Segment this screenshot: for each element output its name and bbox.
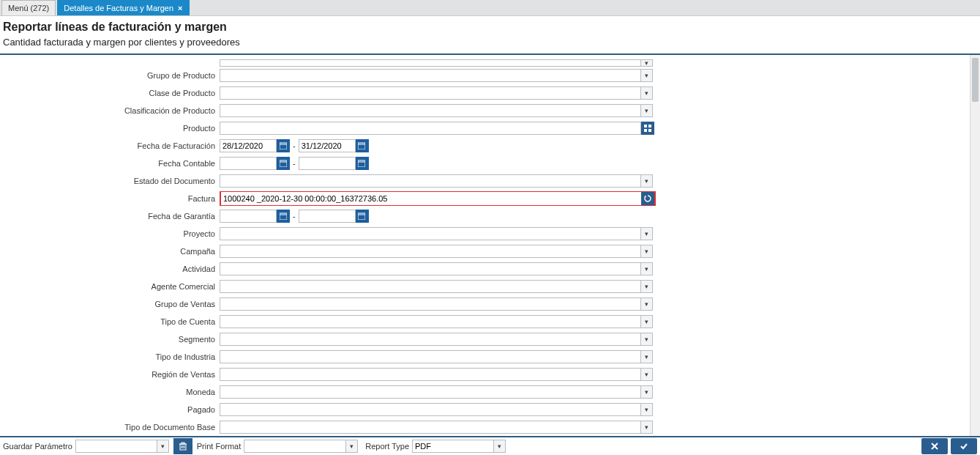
input-tipo-cuenta[interactable] [220, 315, 641, 328]
input-pagado[interactable] [220, 403, 641, 416]
cancel-button[interactable] [921, 438, 948, 454]
svg-rect-6 [358, 143, 365, 149]
page-title: Reportar líneas de facturación y margen [3, 21, 977, 34]
dropdown-cutoff[interactable]: ▾ [641, 59, 653, 67]
form-row-pagado: Pagado ▾ [0, 401, 970, 418]
input-print-format[interactable] [244, 440, 346, 453]
input-guardar-parametro[interactable] [75, 440, 157, 453]
dropdown-proyecto[interactable]: ▾ [641, 227, 653, 240]
tab-detalles-facturas[interactable]: Detalles de Facturas y Margen × [57, 0, 189, 15]
tab-menu[interactable]: Menú (272) [1, 0, 56, 15]
input-fecha-garantia-to[interactable] [299, 210, 356, 223]
input-grupo-producto[interactable] [220, 69, 641, 82]
close-icon[interactable]: × [178, 4, 182, 12]
input-fecha-contable-to[interactable] [299, 157, 356, 170]
form-row-proyecto: Proyecto ▾ [0, 225, 970, 243]
label-region-ventas: Región de Ventas [0, 370, 220, 379]
form-row-estado-documento: Estado del Documento ▾ [0, 172, 970, 190]
dropdown-guardar-parametro[interactable]: ▾ [157, 440, 169, 453]
form-scroll: ▾ Grupo de Producto ▾ Clase de Producto … [0, 55, 970, 436]
bottom-bar: Guardar Parámetro ▾ Print Format ▾ Repor… [0, 436, 980, 455]
input-clasificacion-producto[interactable] [220, 104, 641, 117]
dropdown-grupo-producto[interactable]: ▾ [641, 69, 653, 82]
label-pagado: Pagado [0, 405, 220, 414]
lookup-producto[interactable] [641, 122, 654, 135]
form-row-clasificacion-producto: Clasificación de Producto ▾ [0, 102, 970, 119]
dropdown-campana[interactable]: ▾ [641, 245, 653, 258]
label-proyecto: Proyecto [0, 229, 220, 238]
check-icon [959, 441, 969, 451]
svg-rect-3 [648, 129, 651, 132]
calendar-fecha-contable-to[interactable] [356, 157, 369, 170]
calendar-fecha-garantia-from[interactable] [277, 210, 290, 223]
svg-rect-13 [280, 213, 287, 220]
dropdown-actividad[interactable]: ▾ [641, 262, 653, 275]
dropdown-pagado[interactable]: ▾ [641, 403, 653, 416]
input-tipo-industria[interactable] [220, 350, 641, 363]
input-campana[interactable] [220, 245, 641, 258]
input-agente-comercial[interactable] [220, 280, 641, 293]
svg-rect-8 [280, 160, 287, 167]
label-clasificacion-producto: Clasificación de Producto [0, 106, 220, 115]
input-grupo-ventas[interactable] [220, 297, 641, 311]
label-fecha-contable: Fecha Contable [0, 159, 220, 168]
calendar-fecha-facturacion-from[interactable] [277, 139, 290, 152]
form-row-cutoff: ▾ [0, 59, 970, 67]
form-row-grupo-ventas: Grupo de Ventas ▾ [0, 295, 970, 313]
label-tipo-industria: Tipo de Industria [0, 352, 220, 361]
dropdown-clasificacion-producto[interactable]: ▾ [641, 104, 653, 117]
input-actividad[interactable] [220, 262, 641, 275]
input-fecha-facturacion-from[interactable] [220, 139, 277, 152]
input-estado-documento[interactable] [220, 174, 641, 188]
label-actividad: Actividad [0, 265, 220, 273]
scrollbar-thumb[interactable] [972, 58, 979, 102]
dropdown-tipo-cuenta[interactable]: ▾ [641, 315, 653, 328]
input-factura[interactable] [221, 192, 641, 205]
dropdown-segmento[interactable]: ▾ [641, 333, 653, 346]
label-print-format: Print Format [197, 442, 242, 451]
tab-active-label: Detalles de Facturas y Margen [64, 4, 173, 12]
input-producto[interactable] [220, 122, 641, 135]
dropdown-agente-comercial[interactable]: ▾ [641, 280, 653, 293]
dropdown-moneda[interactable]: ▾ [641, 385, 653, 399]
input-fecha-garantia-from[interactable] [220, 210, 277, 223]
input-moneda[interactable] [220, 385, 641, 399]
dropdown-region-ventas[interactable]: ▾ [641, 368, 653, 381]
label-segmento: Segmento [0, 335, 220, 344]
form-row-agente-comercial: Agente Comercial ▾ [0, 278, 970, 295]
dropdown-estado-documento[interactable]: ▾ [641, 174, 653, 188]
input-fecha-facturacion-to[interactable] [299, 139, 356, 152]
x-icon [929, 441, 940, 451]
dropdown-print-format[interactable]: ▾ [346, 440, 358, 453]
input-segmento[interactable] [220, 333, 641, 346]
delete-button[interactable] [173, 438, 192, 454]
input-report-type[interactable] [412, 440, 494, 453]
input-cutoff[interactable] [220, 59, 641, 67]
dropdown-clase-producto[interactable]: ▾ [641, 86, 653, 100]
calendar-fecha-garantia-to[interactable] [356, 210, 369, 223]
input-region-ventas[interactable] [220, 368, 641, 381]
form-row-region-ventas: Región de Ventas ▾ [0, 366, 970, 383]
input-clase-producto[interactable] [220, 86, 641, 100]
input-tipo-doc-base[interactable] [220, 421, 641, 434]
trash-icon [179, 442, 187, 451]
input-proyecto[interactable] [220, 227, 641, 240]
tab-menu-label: Menú (272) [8, 4, 49, 12]
dropdown-grupo-ventas[interactable]: ▾ [641, 297, 653, 311]
form-row-tipo-industria: Tipo de Industria ▾ [0, 348, 970, 366]
reset-factura[interactable] [641, 192, 654, 205]
dropdown-report-type[interactable]: ▾ [494, 440, 506, 453]
calendar-fecha-facturacion-to[interactable] [356, 139, 369, 152]
dropdown-tipo-doc-base[interactable]: ▾ [641, 421, 653, 434]
calendar-fecha-contable-from[interactable] [277, 157, 290, 170]
grid-icon [644, 125, 651, 132]
confirm-button[interactable] [951, 438, 977, 454]
form-row-segmento: Segmento ▾ [0, 330, 970, 348]
dropdown-tipo-industria[interactable]: ▾ [641, 350, 653, 363]
label-producto: Producto [0, 124, 220, 133]
input-fecha-contable-from[interactable] [220, 157, 277, 170]
label-moneda: Moneda [0, 388, 220, 396]
form-row-campana: Campaña ▾ [0, 243, 970, 260]
form-row-tipo-cuenta: Tipo de Cuenta ▾ [0, 313, 970, 330]
vertical-scrollbar[interactable] [970, 55, 980, 436]
